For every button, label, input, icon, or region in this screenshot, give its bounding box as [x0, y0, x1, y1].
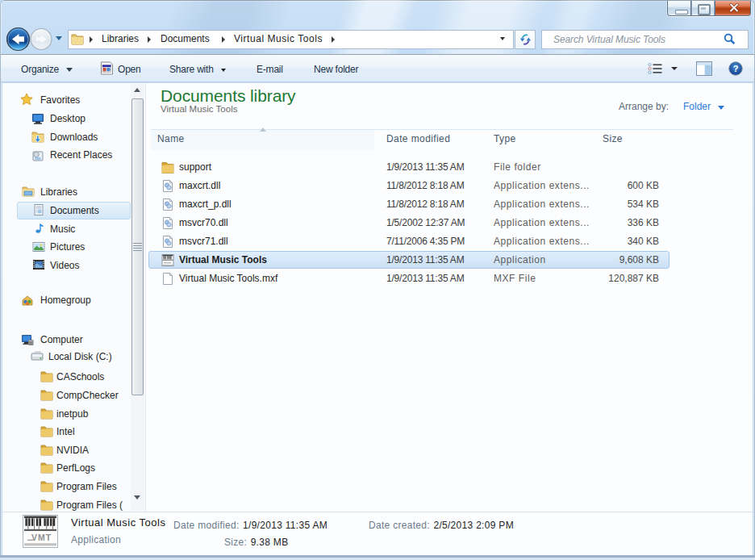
svg-text:VMT: VMT — [31, 533, 52, 542]
svg-text:?: ? — [733, 64, 739, 73]
